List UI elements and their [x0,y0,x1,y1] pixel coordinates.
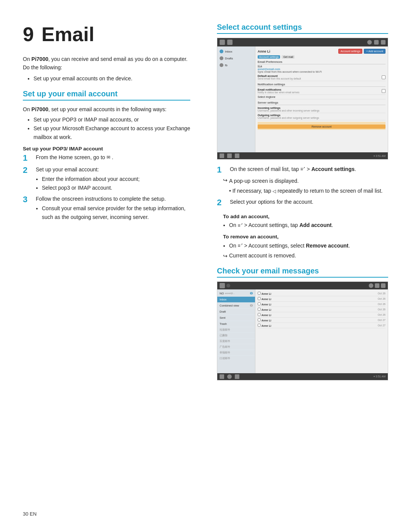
bottom-icon-2 [227,153,232,158]
left-column: 9 Email On Pi7000, you can receive and s… [23,23,198,509]
add-account-btn: + Add account [364,49,386,54]
bottom-icon-1 [220,153,224,158]
screenshot-topbar [217,38,388,46]
right-step-1-num: 1 [217,165,228,175]
email-topbar-icon-1 [220,283,225,288]
email-sidebar-folder1: 垃圾邮件 [217,327,255,333]
email-row-7: Anne Li Oct 27 [258,323,386,328]
email-row-4-check[interactable] [258,308,261,311]
email-row-2-check[interactable] [258,297,261,300]
email-icon: ✉ [107,154,110,161]
remove-account-btn: Remove account [258,125,386,129]
setup-main-bullets: Set up your POP3 or IMAP mail accounts, … [33,115,190,142]
default-account-row: Default account Send email from this acc… [258,74,386,81]
email-addr-item: 514annel@email.com Sync email from this … [258,65,386,73]
email-notif-checkbox [382,89,386,93]
step-3-number: 3 [23,195,33,204]
section-setup-header: Set up your email account [23,89,190,101]
menu-icon-1: ≡↗ [300,166,305,173]
bottom-icon-3 [235,153,239,158]
step-3-bullets: Consult your email service provider for … [42,204,190,222]
header-buttons: Account settings + Add account [338,49,386,54]
step-2-number: 2 [23,165,33,175]
step-2-bullets: Enter the information about your account… [42,175,190,192]
setup-body-suffix: , set up your email accounts in the foll… [48,106,167,112]
status-text: ≡ 3:51 AM [373,155,386,157]
email-screenshot-main: Anne Li Oct 26 Anne Li Oct 26 [255,289,388,373]
to-add-block: To add an account, On ≡↗ > Account setti… [223,212,388,230]
step-2: 2 Set up your email account: Enter the i… [23,165,190,192]
email-sidebar-no: NO annel@... 9 [217,291,255,297]
email-row-3-check[interactable] [258,302,261,305]
account-settings-screenshot: Inbox Drafts fb Anne Li [217,38,388,160]
right-step-1: 1 On the screen of mail list, tap ≡↗ > A… [217,165,388,175]
email-screenshot-topbar [217,282,388,289]
step-1-content: From the Home screen, go to ✉ . [36,153,190,162]
to-add-prefix: On [229,222,238,228]
screenshot-bottombar: ≡ 3:51 AM [217,152,388,159]
inbox-icon [220,50,223,53]
email-topbar-icon-5 [381,283,386,288]
step-1-suffix: . [112,154,113,160]
to-remove-bold: Remove account [306,243,349,249]
to-add-bold: Add account [299,222,332,228]
to-add-label: To add an account, [223,212,388,221]
step-3-text: Follow the onscreen instructions to comp… [36,196,166,202]
step-2-bullet-1: Enter the information about your account… [42,175,190,184]
right-step-2-num: 2 [217,198,228,208]
email-row-5-check[interactable] [258,313,261,316]
right-step-2: 2 Select your options for the account. [217,198,388,208]
sidebar-drafts: Drafts [217,55,255,62]
setup-bullet-1: Set up your POP3 or IMAP mail accounts, … [33,115,190,124]
right-step-1-arrow-text: A pop-up screen is displayed. [229,177,299,185]
drafts-icon [220,56,223,60]
email-row-7-check[interactable] [258,324,261,327]
intro-bullet-1: Set up your email accounts on the device… [33,74,190,83]
to-add-middle: > Account settings, tap [243,222,299,228]
email-topbar-icon-3 [369,283,373,288]
notification-section: Notification settings [258,83,386,87]
to-remove-arrow-text: Current account is removed. [229,252,296,260]
screenshot-header-bar: Anne Li Account settings + Add account [258,49,386,54]
step-1-number: 1 [23,153,33,163]
setup-body-device: Pi7000 [32,106,48,112]
step-2-content: Set up your email account: Enter the inf… [36,165,190,192]
email-prefs-section: Email Preferences [258,60,386,64]
right-steps-block: 1 On the screen of mail list, tap ≡↗ > A… [217,165,388,208]
to-remove-middle: > Account settings, select [243,243,306,249]
screenshot-sidebar: Inbox Drafts fb [217,46,255,152]
outgoing-settings-row: Outgoing settings Username, password and… [258,113,386,120]
email-sidebar-folder3: 百度邮件 [217,339,255,344]
step-3: 3 Follow the onscreen instructions to co… [23,195,190,222]
email-screenshot-content: NO annel@... 9 Inbox Combined view 9 Dra… [217,289,388,373]
right-step-1-content: On the screen of mail list, tap ≡↗ > Acc… [230,165,388,174]
menu-icon-2: ≡↗ [238,222,243,230]
email-row-3: Anne Li Oct 26 [258,302,386,307]
right-step-1-arrow: ↪ A pop-up screen is displayed. [223,177,388,185]
section-account-header: Select account settings [217,23,388,34]
right-column: Select account settings Inbox [213,23,388,509]
email-screenshot-bottombar: ≡ 3:51 AM [217,373,388,380]
email-sidebar-sent: Sent [217,315,255,321]
step-3-content: Follow the onscreen instructions to comp… [36,195,190,222]
email-bottom-icon-2 [227,374,232,379]
sub-header-pop3: Set up your POP3/ IMAP account [23,146,190,152]
to-remove-bullet: On ≡↗ > Account settings, select Remove … [229,241,388,250]
sidebar-inbox: Inbox [217,48,255,55]
chapter-title: Email [41,23,94,45]
email-sidebar-draft: Draft [217,309,255,315]
screenshot-main-panel: Anne Li Account settings + Add account A… [255,46,388,152]
right-step-1-subbullet: • If necessary, tap ◁ repeatedly to retu… [229,187,388,195]
email-row-6: Anne Li Oct 27 [258,318,386,323]
select-ringtone-row: Select ringtone [258,95,386,99]
email-row-6-check[interactable] [258,318,261,321]
fb-icon [220,63,223,67]
email-screenshot-sidebar: NO annel@... 9 Inbox Combined view 9 Dra… [217,289,255,373]
email-notifications-row: Email notifications Notify in status bar… [258,88,386,95]
right-step-2-content: Select your options for the account. [230,198,388,206]
server-section: Server settings [258,101,386,105]
email-row-4: Anne Li Oct 26 [258,307,386,312]
email-bottom-icon-3 [235,374,239,379]
email-row-1-check[interactable] [258,292,261,295]
email-topbar-icon-4 [375,283,379,288]
